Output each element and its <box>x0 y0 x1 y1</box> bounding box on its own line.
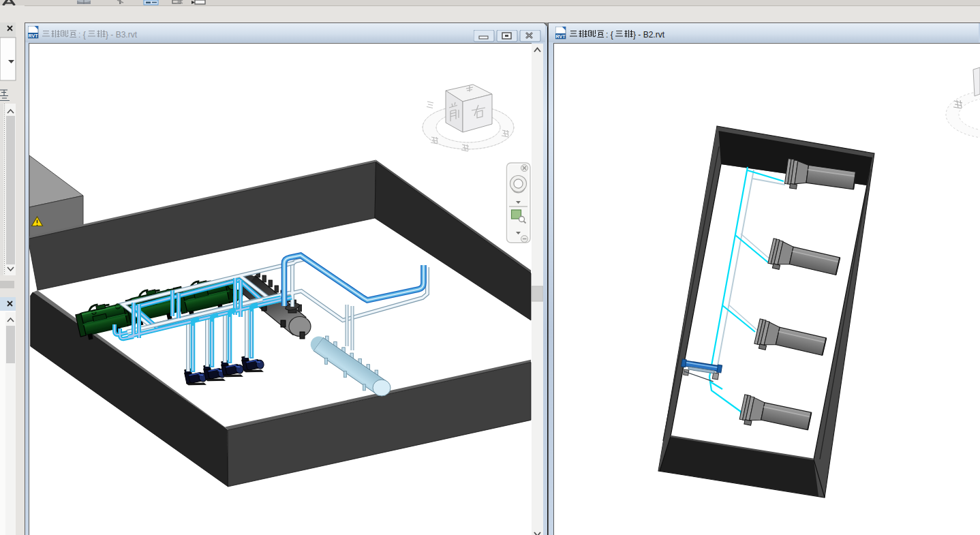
svg-text:: {: : { <box>78 30 86 40</box>
svg-text:RVT: RVT <box>29 33 39 38</box>
svg-text:} - B3.rvt: } - B3.rvt <box>106 30 138 40</box>
svg-text:RVT: RVT <box>556 34 566 39</box>
svg-text:: {: : { <box>606 30 613 40</box>
svg-text:} - B2.rvt: } - B2.rvt <box>633 30 665 40</box>
